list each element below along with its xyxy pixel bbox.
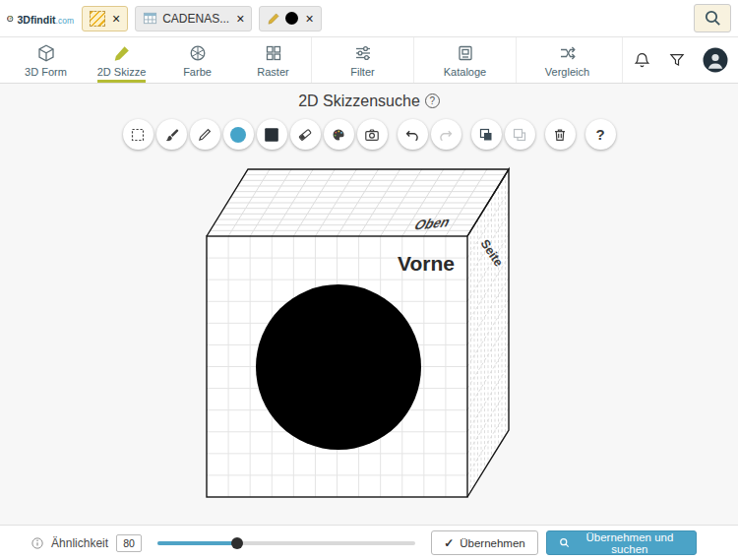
undo-icon xyxy=(404,127,420,143)
tab-label: Filter xyxy=(350,66,374,78)
sketch-canvas[interactable]: Vorne Oben Seite xyxy=(0,155,738,509)
marquee-select-icon xyxy=(130,127,146,143)
cube-icon xyxy=(36,43,56,63)
filter-sliders-icon xyxy=(353,43,373,63)
marquee-select-tool[interactable] xyxy=(123,119,154,150)
top-bar: 3Dfindit.com × CADENAS... × × xyxy=(0,0,738,37)
funnel-icon xyxy=(668,51,686,69)
rectangle-shape-tool[interactable] xyxy=(257,119,287,150)
tab-label: Farbe xyxy=(183,66,212,78)
tab-raster[interactable]: Raster xyxy=(235,37,311,83)
apply-button[interactable]: ✓ Übernehmen xyxy=(431,530,538,555)
search-chips: × CADENAS... × × xyxy=(82,6,322,31)
pencil-icon xyxy=(112,43,132,63)
tab-label: Vergleich xyxy=(545,66,589,78)
slider-handle[interactable] xyxy=(231,537,243,549)
undo-button[interactable] xyxy=(398,119,428,150)
tab-label: 2D Skizze xyxy=(97,66,147,78)
tab-label: Kataloge xyxy=(444,66,486,78)
circle-shape-tool[interactable] xyxy=(223,119,254,150)
close-icon[interactable]: × xyxy=(112,12,120,26)
tab-vergleich[interactable]: Vergleich xyxy=(516,37,618,83)
user-avatar[interactable] xyxy=(703,47,728,73)
filled-circle-icon xyxy=(228,125,248,145)
redo-icon xyxy=(438,127,454,143)
catalog-icon xyxy=(456,43,475,63)
chip-label: CADENAS... xyxy=(162,12,229,26)
search-chip-sketch-swatch[interactable]: × xyxy=(82,6,128,31)
front-face-label: Vorne xyxy=(398,252,455,275)
pencil-icon xyxy=(197,127,213,143)
toolbar-help-button[interactable]: ? xyxy=(585,119,616,150)
similarity-label: Ähnlichkeit xyxy=(51,536,108,550)
apply-and-search-button-label: Übernehmen und suchen xyxy=(576,531,684,555)
send-backward-button[interactable] xyxy=(505,119,535,150)
black-circle-icon xyxy=(285,12,298,25)
notifications-button[interactable] xyxy=(633,51,651,70)
filled-rectangle-icon xyxy=(263,126,280,144)
canvas-area: 2D Skizzensuche? xyxy=(0,84,738,525)
tab-label: Raster xyxy=(257,66,288,78)
search-button[interactable] xyxy=(694,4,731,32)
brand-name: 3Dfindit.com xyxy=(18,11,75,27)
compare-arrows-icon xyxy=(558,43,578,63)
pencil-icon xyxy=(267,12,280,26)
tab-filter[interactable]: Filter xyxy=(311,37,413,83)
check-icon: ✓ xyxy=(444,536,454,550)
similarity-input[interactable] xyxy=(116,534,142,552)
sketched-black-circle[interactable] xyxy=(256,284,421,450)
bell-icon xyxy=(633,51,651,70)
redo-button[interactable] xyxy=(431,119,461,150)
slider-fill xyxy=(157,541,237,545)
close-icon[interactable]: × xyxy=(305,12,313,26)
camera-tool[interactable] xyxy=(357,119,388,150)
pencil-tool[interactable] xyxy=(190,119,220,150)
palette-tool[interactable] xyxy=(324,119,354,150)
tab-farbe[interactable]: Farbe xyxy=(159,37,235,83)
close-icon[interactable]: × xyxy=(236,12,244,26)
bring-forward-icon xyxy=(478,127,494,143)
apply-and-search-button[interactable]: Übernehmen und suchen xyxy=(546,530,697,555)
tab-bar: 3D Form 2D Skizze Farbe Raster xyxy=(0,37,738,84)
footer-bar: Ähnlichkeit ✓ Übernehmen Übernehmen und … xyxy=(0,525,738,560)
tab-label: 3D Form xyxy=(25,66,67,78)
brush-tool[interactable] xyxy=(156,119,187,150)
eraser-icon xyxy=(297,127,313,143)
tab-3d-form[interactable]: 3D Form xyxy=(8,37,84,83)
question-mark-icon: ? xyxy=(595,126,604,143)
gauge-logo-icon xyxy=(7,6,14,31)
user-icon xyxy=(703,47,728,73)
search-icon xyxy=(704,9,722,28)
raster-grid-icon xyxy=(264,43,283,63)
delete-button[interactable] xyxy=(545,119,576,150)
search-chip-catalog[interactable]: CADENAS... × xyxy=(135,6,252,31)
trash-icon xyxy=(552,127,568,143)
hatch-swatch-icon xyxy=(90,11,105,27)
tab-2d-skizze[interactable]: 2D Skizze xyxy=(84,37,159,83)
page-title: 2D Skizzensuche xyxy=(298,93,420,109)
page-help-icon[interactable]: ? xyxy=(425,93,440,108)
tab-bar-right xyxy=(622,37,738,83)
filter-button[interactable] xyxy=(668,51,686,69)
tab-kataloge[interactable]: Kataloge xyxy=(413,37,516,83)
search-icon xyxy=(559,536,570,549)
bring-forward-button[interactable] xyxy=(471,119,502,150)
palette-icon xyxy=(331,127,346,143)
logo[interactable]: 3Dfindit.com xyxy=(7,6,74,31)
catalog-table-icon xyxy=(143,11,157,26)
similarity-slider[interactable] xyxy=(157,536,415,550)
eraser-tool[interactable] xyxy=(290,119,321,150)
apply-button-label: Übernehmen xyxy=(460,537,524,549)
info-icon[interactable] xyxy=(31,536,43,550)
search-chip-sketch[interactable]: × xyxy=(259,6,321,31)
color-wheel-icon xyxy=(188,43,208,63)
send-backward-icon xyxy=(512,127,527,143)
camera-icon xyxy=(364,127,380,143)
sketch-toolbar: ? xyxy=(0,119,738,150)
brush-icon xyxy=(163,127,179,143)
